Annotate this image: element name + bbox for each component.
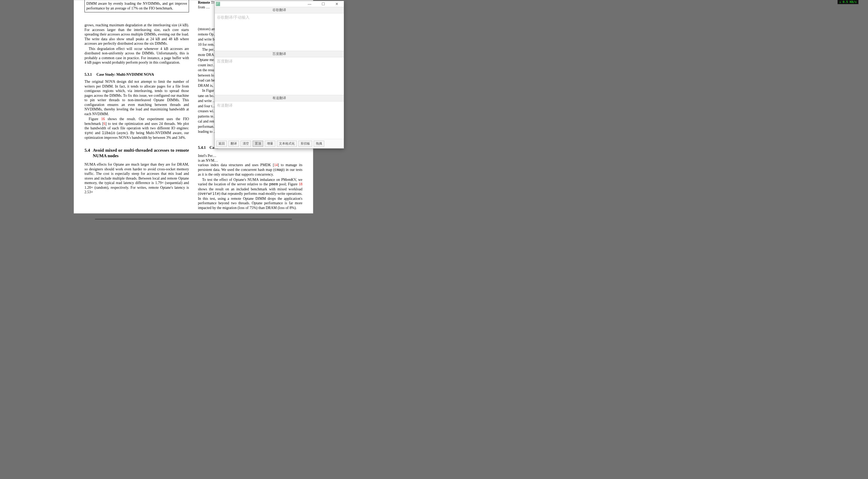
paragraph: Figure 16 shows the result. Our experime… (85, 117, 189, 140)
maximize-button[interactable]: ☐ (319, 2, 327, 6)
text-format-button[interactable]: 文本格式化 (277, 141, 297, 147)
section-header-google: 谷歌翻译 (215, 7, 344, 13)
button-bar: 返回 翻译 清空 置顶 增量 文本格式化 剪切板 拖拽 (215, 139, 344, 148)
paragraph: To test the effect of Optane's NUMA imba… (198, 177, 302, 210)
code-inline: sync (85, 131, 93, 135)
translate-button[interactable]: 翻译 (228, 141, 239, 147)
youdao-translate-input[interactable] (215, 101, 344, 139)
viewport: ↓ 0.5 KB/s DIMM aware by evenly loading … (0, 0, 868, 479)
section-header-baidu: 百度翻译 (215, 51, 344, 57)
paragraph: NUMA effects for Optane are much larger … (85, 162, 189, 195)
increment-button[interactable]: 增量 (265, 141, 275, 147)
code-inline: cmap (275, 168, 283, 172)
heading-number: 5.4.1 (198, 145, 210, 150)
window-controls: — ☐ ✕ (306, 2, 343, 6)
callout-box: DIMM aware by evenly loading the NVDIMMs… (85, 0, 189, 12)
heading-5-3-1: 5.3.1 Case Study: Multi-NVDIMM NOVA (85, 72, 189, 77)
paragraph: The original NOVA design did not attempt… (85, 79, 189, 116)
figure-label: Remote (198, 1, 210, 4)
code-inline: pmem (269, 182, 278, 186)
app-icon (216, 2, 220, 6)
close-button[interactable]: ✕ (333, 2, 341, 6)
heading-number: 5.3.1 (85, 73, 92, 76)
figure-ref[interactable]: 16 (101, 117, 105, 121)
callout-text: DIMM aware by evenly loading the NVDIMMs… (86, 2, 187, 10)
heading-5-4: 5.4 Avoid mixed or multi-threaded access… (85, 147, 189, 159)
section-header-youdao: 有道翻译 (215, 95, 344, 101)
code-inline: overwrite (199, 192, 219, 196)
heading-number: 5.4 (85, 147, 93, 159)
paragraph: grows, reaching maximum degradation at t… (85, 23, 189, 46)
heading-title: Avoid mixed or multi-threaded accesses t… (93, 147, 189, 159)
minimize-button[interactable]: — (306, 2, 313, 6)
clear-button[interactable]: 清空 (241, 141, 251, 147)
column-left: DIMM aware by evenly loading the NVDIMMs… (85, 0, 189, 211)
back-button[interactable]: 返回 (216, 141, 227, 147)
heading-title: Case Study: Multi-NVDIMM NOVA (97, 73, 154, 76)
paragraph: Intel's Per… is an NVM… various index da… (198, 153, 302, 177)
clipboard-button[interactable]: 剪切板 (299, 141, 312, 147)
code-inline: libaio (102, 131, 115, 135)
translation-app-window: — ☐ ✕ 谷歌翻译 百度翻译 有道翻译 返回 翻译 清空 置顶 增量 文本格式… (215, 1, 344, 148)
google-translate-input[interactable] (215, 13, 344, 51)
titlebar[interactable]: — ☐ ✕ (215, 1, 344, 7)
pin-top-button[interactable]: 置顶 (253, 141, 263, 147)
network-speed-badge: ↓ 0.5 KB/s (837, 0, 859, 4)
drag-button[interactable]: 拖拽 (314, 141, 324, 147)
citation-ref[interactable]: 14 (274, 163, 278, 167)
figure-ref[interactable]: 18 (299, 182, 302, 186)
paragraph: This degradation effect will occur whene… (85, 46, 189, 65)
baidu-translate-input[interactable] (215, 57, 344, 95)
